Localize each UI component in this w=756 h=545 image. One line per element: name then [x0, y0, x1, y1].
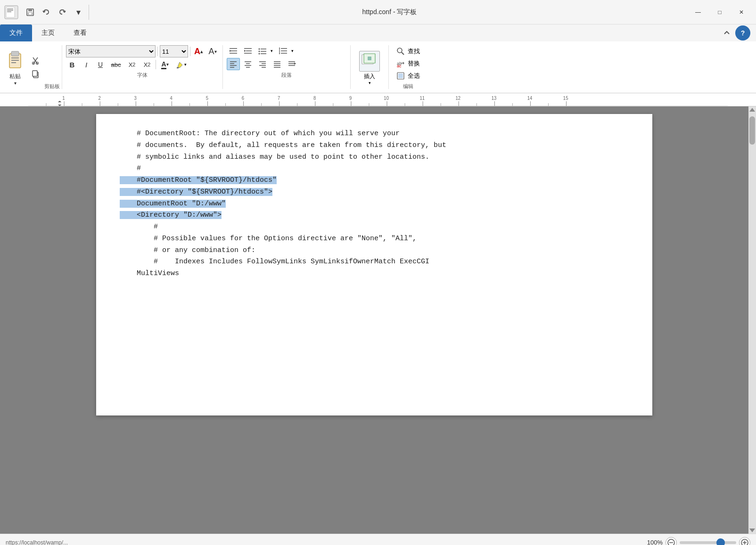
- insert-dropdown[interactable]: ▾: [369, 81, 371, 85]
- line-7-selected: DocumentRoot "D:/www": [120, 200, 226, 208]
- replace-icon: ab ac: [396, 59, 405, 68]
- paragraph-section: ▾ ▾ 段落: [223, 43, 350, 91]
- italic-button[interactable]: I: [80, 59, 92, 70]
- paste-dropdown[interactable]: ▾: [14, 81, 16, 86]
- dropdown-arrow[interactable]: ▾: [71, 5, 86, 20]
- scroll-up-arrow[interactable]: [749, 108, 755, 112]
- document-scroll-area[interactable]: # DocumentRoot: The directory out of whi…: [0, 106, 748, 534]
- svg-text:ac: ac: [397, 64, 402, 68]
- svg-rect-11: [11, 57, 19, 58]
- paragraph-label: 段落: [227, 72, 346, 80]
- list-dropdown[interactable]: ▾: [271, 49, 275, 53]
- svg-line-59: [402, 52, 404, 55]
- svg-text:5: 5: [206, 96, 209, 101]
- scroll-thumb[interactable]: [749, 116, 755, 145]
- svg-point-58: [397, 48, 402, 53]
- underline-button[interactable]: U: [94, 59, 107, 70]
- undo-button[interactable]: [39, 5, 54, 20]
- line-3: # symbolic links and aliases may be used…: [120, 153, 429, 161]
- svg-text:8: 8: [313, 96, 316, 101]
- font-grow-button[interactable]: A▴: [192, 46, 205, 57]
- font-size-select[interactable]: 11: [160, 45, 188, 57]
- close-button[interactable]: ✕: [731, 5, 752, 20]
- document-content[interactable]: # DocumentRoot: The directory out of whi…: [120, 128, 629, 280]
- zoom-level: 100%: [647, 539, 663, 545]
- titlebar: ▾ httpd.conf - 写字板 — □ ✕: [0, 0, 756, 24]
- clipboard-section: 粘贴 ▾ 剪贴板: [0, 43, 62, 91]
- font-color-button[interactable]: A▾: [158, 59, 172, 70]
- svg-rect-19: [33, 71, 37, 76]
- tab-view[interactable]: 查看: [64, 24, 96, 41]
- vertical-scrollbar[interactable]: [748, 106, 756, 534]
- scroll-down-arrow[interactable]: [749, 529, 755, 532]
- select-all-icon: [396, 72, 405, 80]
- cut-button[interactable]: [28, 55, 42, 66]
- insert-area: 插入 ▾: [355, 45, 384, 91]
- font-section: 宋体 11 A▴ A▾ B I U abc X2 X2 A▾ ▾: [62, 43, 222, 91]
- insert-label: 插入: [364, 73, 375, 81]
- align-center-button[interactable]: [241, 58, 255, 70]
- svg-text:6: 6: [242, 96, 244, 101]
- ribbon-tabs: 文件 主页 查看 ?: [0, 24, 756, 41]
- line-5-selected: #DocumentRoot "${SRVROOT}/htdocs": [120, 176, 277, 184]
- app-icon: [4, 5, 19, 20]
- svg-text:14: 14: [527, 96, 533, 101]
- font-shrink-button[interactable]: A▾: [206, 46, 219, 57]
- align-left-button[interactable]: [227, 58, 240, 70]
- find-button[interactable]: 查找: [394, 46, 422, 57]
- font-divider: [157, 47, 158, 56]
- line-spacing-dropdown[interactable]: ▾: [291, 49, 296, 53]
- font-row-2: B I U abc X2 X2 A▾ ▾: [66, 59, 219, 70]
- maximize-button[interactable]: □: [709, 5, 731, 20]
- minimize-button[interactable]: —: [687, 5, 709, 20]
- list-bullet-button[interactable]: [256, 45, 269, 57]
- line-4: #: [120, 164, 141, 172]
- find-label: 查找: [408, 47, 420, 56]
- align-justify-button[interactable]: [271, 58, 284, 70]
- statusbar: nttps://localhost/wamp/... 100%: [0, 534, 756, 545]
- paste-label: 粘贴: [9, 73, 21, 81]
- bold-button[interactable]: B: [66, 59, 78, 70]
- para-row-2: [227, 58, 346, 70]
- highlight-button[interactable]: ▾: [174, 59, 188, 70]
- strikethrough-button[interactable]: abc: [108, 59, 123, 70]
- window-controls: — □ ✕: [687, 5, 752, 20]
- tab-file[interactable]: 文件: [0, 24, 32, 41]
- line-6-selected: #<Directory "${SRVROOT}/htdocs">: [120, 188, 272, 196]
- font-name-select[interactable]: 宋体: [66, 45, 156, 57]
- line-spacing-button[interactable]: [277, 45, 290, 57]
- scroll-track[interactable]: [748, 112, 756, 529]
- font-divider3: [156, 60, 156, 69]
- ruler-svg: 1 2 3 4 5 6 7 8 9 10 11: [28, 93, 728, 106]
- tab-home[interactable]: 主页: [32, 24, 64, 41]
- line-11: # or any combination of:: [120, 246, 255, 254]
- find-icon: [396, 47, 405, 56]
- select-all-button[interactable]: 全选: [394, 71, 422, 81]
- indent-increase-button[interactable]: [241, 45, 255, 57]
- svg-text:7: 7: [278, 96, 280, 101]
- redo-button[interactable]: [55, 5, 70, 20]
- zoom-slider[interactable]: [680, 541, 736, 544]
- zoom-in-button[interactable]: [739, 537, 750, 545]
- superscript-button[interactable]: X2: [140, 59, 154, 70]
- statusbar-url: nttps://localhost/wamp/...: [6, 539, 68, 545]
- zoom-out-button[interactable]: [666, 537, 677, 545]
- line-13: MultiViews: [120, 269, 179, 277]
- svg-point-29: [259, 51, 260, 52]
- line-10: # Possible values for the Options direct…: [120, 235, 417, 243]
- subscript-button[interactable]: X2: [125, 59, 139, 70]
- zoom-slider-thumb[interactable]: [716, 538, 725, 545]
- align-right-button[interactable]: [256, 58, 269, 70]
- font-divider2: [190, 47, 190, 56]
- indent-decrease-button[interactable]: [227, 45, 240, 57]
- replace-button[interactable]: ab ac 替换: [394, 58, 422, 69]
- save-button[interactable]: [23, 5, 38, 20]
- svg-rect-10: [11, 51, 19, 56]
- copy-button[interactable]: [28, 68, 42, 80]
- insert-button[interactable]: 插入 ▾: [355, 49, 384, 87]
- paste-button[interactable]: 粘贴 ▾: [2, 43, 28, 91]
- help-button[interactable]: ?: [735, 25, 750, 41]
- rtl-button[interactable]: [285, 58, 298, 70]
- collapse-ribbon-icon[interactable]: [723, 29, 731, 37]
- svg-text:12: 12: [456, 96, 461, 101]
